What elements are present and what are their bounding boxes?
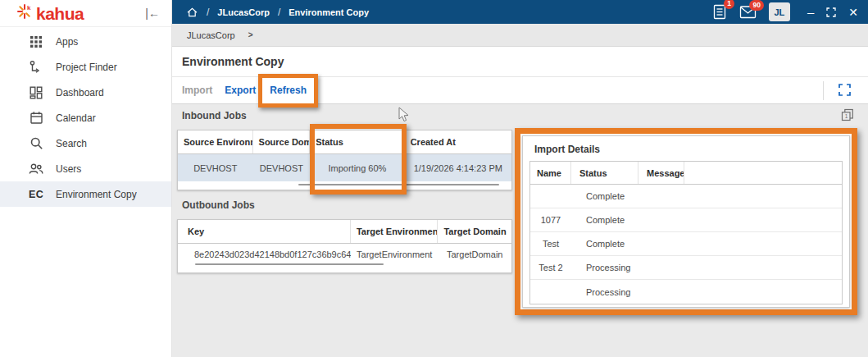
cell-name: Test bbox=[530, 239, 571, 249]
inbound-table-header: Source Environment Source Domain Status … bbox=[178, 130, 511, 154]
outbound-jobs-heading: Outbound Jobs bbox=[182, 199, 255, 211]
export-button[interactable]: Export bbox=[225, 85, 256, 96]
messages-badge: 90 bbox=[749, 0, 763, 11]
svg-text:1: 1 bbox=[845, 113, 848, 119]
home-icon[interactable] bbox=[186, 7, 198, 18]
import-details-header: Name Status Message bbox=[530, 162, 842, 185]
sidebar-item-project-finder[interactable]: Project Finder bbox=[0, 54, 171, 80]
sidebar-item-search[interactable]: Search bbox=[0, 130, 171, 156]
sidebar-item-label: Project Finder bbox=[56, 62, 117, 73]
column-header: Status bbox=[310, 130, 404, 153]
column-header: Created At bbox=[405, 130, 511, 153]
sidebar-item-label: Environment Copy bbox=[56, 189, 137, 200]
refresh-button-wrap: Refresh bbox=[270, 85, 307, 96]
cell-source-domain: DEVHOST bbox=[253, 154, 311, 181]
messages-button[interactable]: 90 bbox=[739, 5, 757, 19]
breadcrumb-app[interactable]: Environment Copy bbox=[289, 7, 369, 17]
kahua-logo-icon: k bbox=[16, 2, 34, 24]
sidebar-item-environment-copy[interactable]: EC Environment Copy bbox=[0, 181, 171, 207]
import-details-row[interactable]: Test 2 Processing bbox=[530, 256, 842, 280]
apps-grid-icon bbox=[29, 34, 43, 49]
context-breadcrumb-bar: JLucasCorp > bbox=[172, 24, 868, 47]
import-details-row[interactable]: Processing bbox=[530, 280, 842, 304]
page-title: Environment Copy bbox=[182, 55, 284, 68]
column-header: Source Environment bbox=[178, 130, 253, 153]
window-minimize-icon[interactable]: – bbox=[807, 6, 814, 18]
dashboard-icon bbox=[29, 85, 43, 100]
cell-status: Complete bbox=[571, 239, 639, 249]
cell-status: Processing bbox=[571, 287, 639, 297]
import-button[interactable]: Import bbox=[182, 85, 212, 96]
breadcrumb: / JLucasCorp / Environment Copy bbox=[186, 7, 369, 18]
outbound-jobs-table: Key Target Environment Target Domain 8e2… bbox=[177, 219, 512, 273]
sidebar-item-dashboard[interactable]: Dashboard bbox=[0, 80, 171, 105]
refresh-button[interactable]: Refresh bbox=[270, 85, 307, 96]
import-details-table: Name Status Message Complete 1077 Comple… bbox=[529, 161, 843, 304]
breadcrumb-separator: / bbox=[278, 7, 280, 18]
sidebar-item-apps[interactable]: Apps bbox=[0, 29, 171, 54]
inbound-jobs-heading: Inbound Jobs bbox=[182, 110, 247, 121]
sidebar-item-label: Dashboard bbox=[56, 87, 104, 98]
sidebar-item-label: Calendar bbox=[56, 112, 96, 124]
import-details-row[interactable]: 1077 Complete bbox=[530, 208, 842, 232]
cell-status: Processing bbox=[571, 263, 639, 272]
column-header: Message bbox=[639, 162, 684, 184]
column-header: Target Domain bbox=[438, 220, 511, 243]
cell-status: Importing 60% bbox=[310, 154, 404, 181]
horizontal-scrollbar[interactable] bbox=[195, 263, 384, 265]
breadcrumb-company[interactable]: JLucasCorp bbox=[217, 7, 270, 17]
column-header-filler bbox=[684, 162, 842, 184]
sidebar-item-users[interactable]: Users bbox=[0, 156, 171, 181]
user-avatar[interactable]: JL bbox=[769, 2, 790, 21]
sidebar-item-label: Users bbox=[56, 163, 81, 175]
content-area: 1 Inbound Jobs Source Environment Source… bbox=[172, 104, 868, 357]
outbound-table-header: Key Target Environment Target Domain bbox=[178, 220, 511, 244]
sidebar-item-label: Apps bbox=[56, 36, 78, 48]
cell-name: Test 2 bbox=[530, 263, 571, 272]
column-header: Name bbox=[530, 162, 571, 184]
window-maximize-icon[interactable] bbox=[826, 7, 836, 17]
import-details-row[interactable]: Test Complete bbox=[530, 232, 842, 256]
expand-fullscreen-icon[interactable] bbox=[838, 84, 851, 96]
sidebar-collapse-icon[interactable]: |← bbox=[145, 7, 160, 20]
topbar: / JLucasCorp / Environment Copy 1 90 JL … bbox=[172, 0, 868, 24]
import-details-highlight-annotation: Import Details Name Status Message Compl… bbox=[515, 128, 857, 315]
tasks-button[interactable]: 1 bbox=[712, 3, 727, 21]
horizontal-scrollbar[interactable] bbox=[298, 184, 499, 185]
cell-status: Complete bbox=[571, 215, 639, 225]
outbound-table-row[interactable]: 8e20243d023d42148bd0f127c36b9c64 TargetE… bbox=[178, 244, 511, 264]
cell-created-at: 1/19/2026 4:14:23 PM bbox=[405, 154, 511, 181]
cell-status: Complete bbox=[571, 191, 639, 201]
kahua-logo-text: kahua bbox=[36, 5, 84, 22]
window-close-icon[interactable]: ✕ bbox=[848, 7, 858, 18]
tasks-badge: 1 bbox=[724, 0, 734, 9]
sidebar: k kahua |← Apps P bbox=[0, 0, 172, 357]
column-header: Source Domain bbox=[253, 130, 311, 153]
inbound-jobs-table: Source Environment Source Domain Status … bbox=[177, 130, 512, 190]
project-finder-icon bbox=[29, 60, 43, 75]
import-details-panel: Import Details Name Status Message Compl… bbox=[522, 135, 850, 308]
cell-target-domain: TargetDomain bbox=[438, 244, 511, 264]
users-icon bbox=[29, 162, 43, 176]
title-row: Environment Copy bbox=[172, 47, 868, 77]
cell-key: 8e20243d023d42148bd0f127c36b9c64 bbox=[178, 244, 351, 264]
search-icon bbox=[29, 136, 43, 151]
sidebar-item-calendar[interactable]: Calendar bbox=[0, 105, 171, 130]
calendar-icon bbox=[29, 111, 43, 126]
cell-target-environment: TargetEnvironment bbox=[351, 244, 438, 264]
inbound-table-row-selected[interactable]: DEVHOST DEVHOST Importing 60% 1/19/2026 … bbox=[178, 154, 511, 181]
column-header: Target Environment bbox=[351, 220, 438, 243]
cell-source-environment: DEVHOST bbox=[178, 154, 253, 181]
sidebar-item-label: Search bbox=[56, 138, 87, 149]
topbar-right-controls: 1 90 JL – ✕ bbox=[712, 2, 868, 21]
toolbar: Import Export Refresh bbox=[172, 77, 868, 104]
detach-pane-icon[interactable]: 1 bbox=[841, 108, 854, 121]
import-details-heading: Import Details bbox=[523, 136, 849, 155]
breadcrumb-separator: / bbox=[207, 7, 209, 18]
context-company-link[interactable]: JLucasCorp bbox=[187, 30, 235, 40]
column-header: Key bbox=[178, 220, 351, 243]
column-header: Status bbox=[571, 162, 639, 184]
chevron-right-icon: > bbox=[248, 30, 253, 39]
toolbar-divider bbox=[823, 81, 824, 100]
import-details-row[interactable]: Complete bbox=[530, 185, 842, 208]
